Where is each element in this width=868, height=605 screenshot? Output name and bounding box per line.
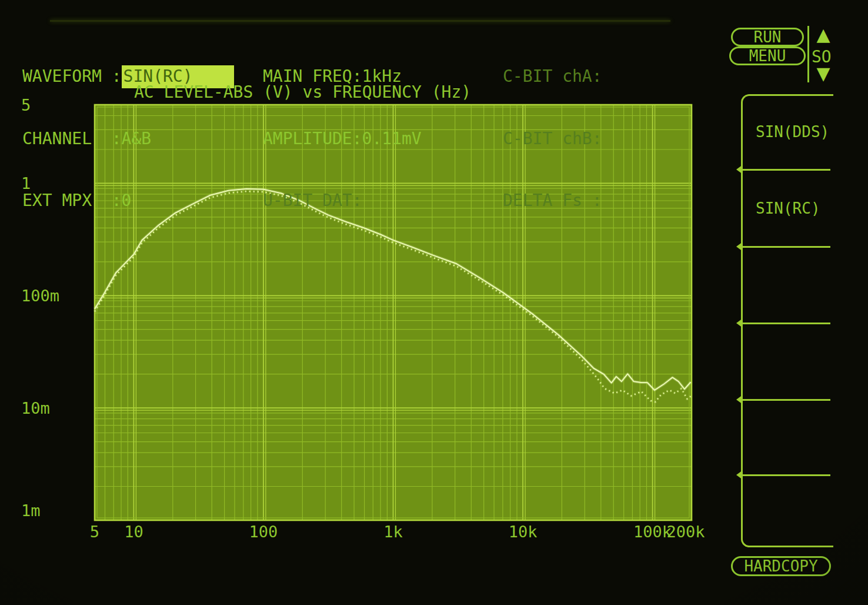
y-tick-label: 1 <box>21 174 31 192</box>
control-divider <box>807 26 809 82</box>
x-tick-label: 5 <box>90 523 99 541</box>
ext-mpx-value: 0 <box>122 191 132 210</box>
hardcopy-button-label: HARDCOPY <box>744 557 817 575</box>
channel-field: CHANNEL :A&B <box>22 128 234 149</box>
amplitude-field: AMPLITUDE:0.11mV <box>263 128 422 149</box>
u-bit-dat-field: U-BIT DAT: <box>263 190 422 211</box>
softkey-notch-icon <box>736 318 743 328</box>
x-tick-label: 100k <box>633 523 672 541</box>
softkey-divider <box>743 474 830 476</box>
up-arrow-icon[interactable]: ▲ <box>812 26 834 44</box>
run-button-label: RUN <box>754 28 782 46</box>
x-tick-label: 100 <box>249 523 278 541</box>
chart-title: AC LEVEL-ABS (V) vs FREQUENCY (Hz) <box>134 82 471 102</box>
softkey-sin-dds[interactable]: SIN(DDS) <box>756 123 829 141</box>
c-bit-chb-label: C-BIT chB: <box>503 129 602 148</box>
y-tick-label: 100m <box>21 287 59 305</box>
menu-button-label: MENU <box>749 47 786 65</box>
softkey-notch-icon <box>736 395 743 404</box>
ext-mpx-label: EXT MPX : <box>22 191 122 210</box>
softkey-divider <box>743 246 830 248</box>
x-tick-label: 10 <box>124 523 143 541</box>
c-bit-cha-label: C-BIT chA: <box>503 67 602 86</box>
y-tick-label: 10m <box>21 399 50 417</box>
delta-fs-field: DELTA Fs : <box>503 190 602 211</box>
down-arrow-icon[interactable]: ▼ <box>812 65 834 82</box>
delta-fs-label: DELTA Fs : <box>503 191 602 210</box>
run-button[interactable]: RUN <box>731 28 804 46</box>
amplitude-label: AMPLITUDE: <box>263 129 362 148</box>
hardcopy-button[interactable]: HARDCOPY <box>731 556 831 576</box>
y-tick-label: 5 <box>21 96 31 114</box>
header-col-1: WAVEFORM :SIN(RC) CHANNEL :A&B EXT MPX :… <box>22 25 234 252</box>
menu-button[interactable]: MENU <box>729 46 806 65</box>
softkey-notch-icon <box>736 242 743 251</box>
channel-value: A&B <box>122 129 152 148</box>
ext-mpx-field: EXT MPX :0 <box>22 190 234 211</box>
amplitude-value: 0.11mV <box>362 129 422 148</box>
softkey-column: SIN(DDS) SIN(RC) <box>741 94 833 547</box>
x-tick-label: 200k <box>666 523 705 541</box>
softkey-divider <box>743 323 830 324</box>
header-col-3: C-BIT chA: C-BIT chB: DELTA Fs : <box>503 25 602 252</box>
y-tick-label: 1m <box>21 501 41 520</box>
channel-label: CHANNEL : <box>22 129 122 148</box>
waveform-label: WAVEFORM : <box>22 67 122 86</box>
header-col-2: MAIN FREQ:1kHz AMPLITUDE:0.11mV U-BIT DA… <box>263 25 422 252</box>
softkey-notch-icon <box>736 470 743 480</box>
softkey-sin-rc[interactable]: SIN(RC) <box>756 200 820 217</box>
c-bit-chb-field: C-BIT chB: <box>503 128 602 149</box>
x-tick-label: 10k <box>509 523 538 541</box>
x-tick-label: 1k <box>383 523 403 541</box>
c-bit-cha-field: C-BIT chA: <box>503 66 602 87</box>
softkey-divider <box>743 399 830 401</box>
softkey-divider <box>743 169 830 171</box>
analyzer-screen: WAVEFORM :SIN(RC) CHANNEL :A&B EXT MPX :… <box>0 0 868 605</box>
u-bit-dat-label: U-BIT DAT: <box>263 191 362 210</box>
softkey-notch-icon <box>736 165 743 174</box>
